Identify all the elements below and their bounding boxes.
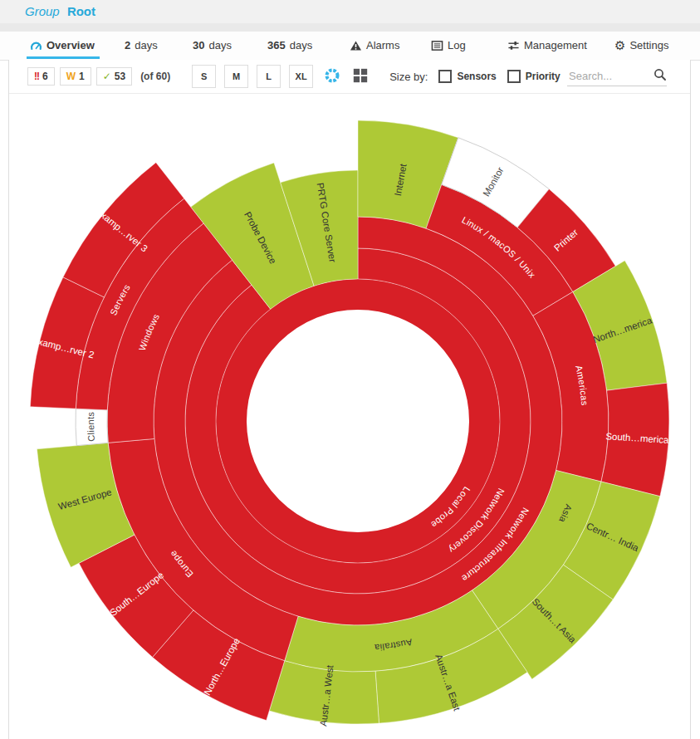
warning-count: 1	[79, 71, 85, 82]
ok-count: 53	[115, 71, 125, 82]
priority-checkbox[interactable]: Priority	[507, 70, 560, 83]
checkbox-label: Sensors	[457, 71, 496, 82]
tab-alarms[interactable]: Alarms	[350, 32, 399, 59]
search-box	[567, 68, 667, 86]
status-pill-warning[interactable]: W 1	[60, 67, 91, 86]
tab-label: Settings	[629, 39, 668, 51]
status-pill-ok[interactable]: ✓ 53	[96, 67, 132, 86]
sensor-total-label: (of 60)	[140, 71, 170, 82]
search-input[interactable]	[567, 69, 653, 83]
search-icon[interactable]	[653, 68, 667, 84]
sliders-icon	[507, 40, 520, 51]
error-count: 6	[42, 71, 48, 82]
warning-icon: W	[66, 71, 76, 82]
size-by-label: Size by:	[389, 71, 428, 83]
tab-number: 2	[125, 39, 130, 51]
sunburst-icon	[323, 66, 341, 87]
tab-management[interactable]: Management	[507, 32, 587, 59]
tab-label: days	[208, 39, 231, 51]
tab-label: days	[135, 39, 157, 51]
sunburst-view-button[interactable]	[321, 66, 343, 87]
size-button-xl[interactable]: XL	[289, 65, 313, 88]
tab-label: Management	[524, 39, 587, 51]
tab-2-days[interactable]: 2 days	[125, 32, 158, 59]
tab-label: Alarms	[366, 39, 399, 51]
tab-number: 30	[193, 39, 204, 51]
tab-settings[interactable]: ⚙ Settings	[614, 32, 668, 59]
label-clients: Clients	[86, 411, 96, 442]
tab-365-days[interactable]: 365 days	[267, 32, 312, 59]
error-icon: !!	[34, 71, 39, 82]
tab-label: Log	[448, 39, 466, 51]
group-type-label: Group	[25, 4, 60, 18]
tab-overview[interactable]: Overview	[30, 32, 95, 59]
sensors-checkbox[interactable]: Sensors	[438, 70, 496, 83]
page-title: Root	[67, 4, 95, 18]
tab-number: 365	[267, 39, 286, 51]
tab-bar: Overview 2 days 30 days 365 days Alarms	[0, 32, 700, 61]
toolbar: !! 6 W 1 ✓ 53 (of 60) S M L XL	[9, 60, 690, 94]
tab-label: Overview	[47, 39, 95, 51]
sunburst-svg: Local ProbeNetwork DiscoveryNetwork Infr…	[9, 94, 691, 739]
log-icon	[431, 40, 443, 51]
checkbox-icon	[507, 70, 521, 83]
check-icon: ✓	[103, 71, 111, 82]
grid-icon	[352, 67, 369, 86]
header-divider-strip	[0, 23, 700, 32]
gauge-icon	[30, 40, 42, 51]
page-header: Group Root	[0, 0, 700, 23]
tab-30-days[interactable]: 30 days	[193, 32, 232, 59]
size-button-l[interactable]: L	[257, 65, 281, 88]
size-button-m[interactable]: M	[224, 65, 248, 88]
size-button-s[interactable]: S	[192, 65, 216, 88]
gear-icon: ⚙	[614, 39, 625, 51]
content-panel: !! 6 W 1 ✓ 53 (of 60) S M L XL	[8, 60, 691, 739]
grid-view-button[interactable]	[350, 66, 371, 87]
tab-label: days	[290, 39, 312, 51]
tab-log[interactable]: Log	[431, 32, 466, 59]
checkbox-icon	[438, 70, 452, 83]
sunburst-chart[interactable]: Local ProbeNetwork DiscoveryNetwork Infr…	[9, 94, 691, 739]
checkbox-label: Priority	[526, 71, 560, 82]
status-pill-error[interactable]: !! 6	[27, 67, 55, 86]
alarm-triangle-icon	[350, 40, 362, 51]
